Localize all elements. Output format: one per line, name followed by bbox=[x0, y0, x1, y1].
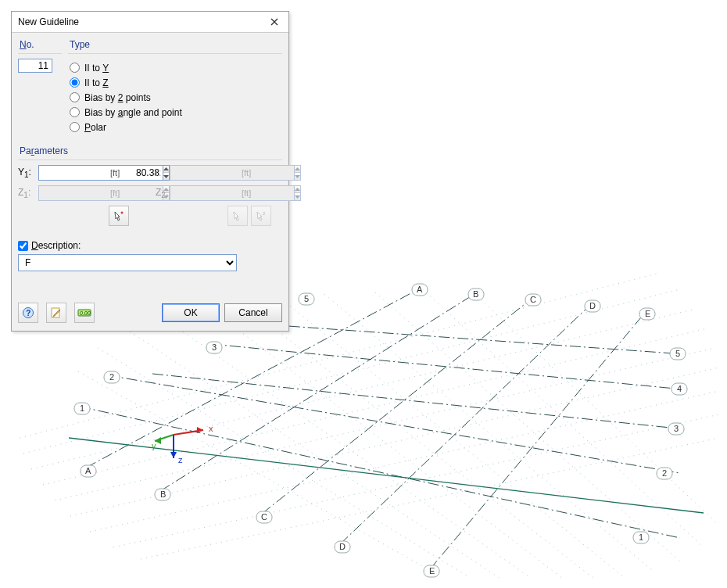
cancel-button[interactable]: Cancel bbox=[224, 303, 282, 322]
svg-rect-92 bbox=[52, 308, 59, 317]
svg-text:2: 2 bbox=[662, 468, 667, 478]
y1-input[interactable] bbox=[38, 165, 163, 181]
no-label: No. bbox=[18, 38, 62, 52]
svg-text:5: 5 bbox=[675, 349, 680, 358]
radio-parallel-y[interactable]: II to Y bbox=[70, 60, 282, 75]
y1-unit: [ft] bbox=[109, 168, 127, 177]
svg-line-14 bbox=[426, 292, 704, 547]
titlebar[interactable]: New Guideline bbox=[12, 12, 288, 33]
svg-text:1: 1 bbox=[639, 532, 643, 542]
new-guideline-dialog: New Guideline No. Type bbox=[11, 11, 289, 332]
description-label: Description: bbox=[31, 240, 81, 251]
svg-line-29 bbox=[233, 322, 674, 353]
z2-unit: [ft] bbox=[240, 188, 259, 198]
z2-spin bbox=[170, 185, 240, 201]
svg-text:2: 2 bbox=[263, 211, 266, 216]
r-spin bbox=[170, 165, 240, 181]
r-input bbox=[170, 165, 294, 181]
svg-line-26 bbox=[108, 375, 680, 473]
svg-line-25 bbox=[80, 407, 680, 538]
svg-text:5: 5 bbox=[304, 294, 309, 303]
svg-text:A: A bbox=[85, 466, 91, 475]
r-step-down bbox=[295, 173, 300, 180]
z1-input bbox=[38, 185, 163, 201]
svg-line-22 bbox=[262, 299, 532, 514]
svg-text:A: A bbox=[417, 285, 423, 294]
svg-line-19 bbox=[78, 371, 438, 575]
type-label: Type bbox=[68, 38, 282, 52]
svg-line-13 bbox=[375, 292, 680, 561]
svg-line-5 bbox=[90, 391, 719, 532]
no-input[interactable] bbox=[18, 59, 52, 73]
ok-button[interactable]: OK bbox=[162, 303, 220, 322]
svg-text:E: E bbox=[645, 309, 650, 318]
svg-text:B: B bbox=[473, 289, 478, 299]
radio-bias-angle[interactable]: Bias by angle and point bbox=[70, 105, 282, 120]
svg-marker-36 bbox=[170, 452, 177, 458]
svg-line-28 bbox=[211, 344, 675, 389]
pick-point-1-button[interactable] bbox=[109, 206, 129, 226]
svg-text:C: C bbox=[261, 512, 267, 522]
svg-line-6 bbox=[113, 414, 719, 547]
svg-text:x: x bbox=[209, 424, 213, 433]
radio-polar[interactable]: Polar bbox=[70, 120, 282, 134]
svg-line-7 bbox=[141, 438, 719, 559]
svg-line-27 bbox=[152, 374, 678, 428]
svg-line-2 bbox=[43, 328, 707, 485]
pick-both-points-button: 2 bbox=[251, 206, 271, 226]
y1-label: Y1: bbox=[18, 167, 38, 179]
edit-note-button[interactable] bbox=[46, 303, 66, 323]
pick-point-2-button bbox=[227, 206, 248, 226]
svg-text:3: 3 bbox=[212, 342, 217, 352]
parameters-grid: Y1: [ft] r: [ft] Z1: bbox=[18, 165, 282, 201]
svg-text:2: 2 bbox=[109, 372, 114, 382]
svg-point-88 bbox=[121, 212, 124, 214]
z2-input bbox=[170, 185, 294, 201]
z1-spin bbox=[38, 185, 109, 201]
svg-line-12 bbox=[324, 294, 653, 571]
svg-text:0.00: 0.00 bbox=[80, 310, 91, 316]
svg-marker-32 bbox=[197, 427, 203, 433]
svg-line-9 bbox=[195, 297, 563, 579]
svg-marker-82 bbox=[295, 167, 300, 170]
svg-line-3 bbox=[55, 348, 715, 500]
radio-bias-2points[interactable]: Bias by 2 points bbox=[70, 90, 282, 105]
svg-text:3: 3 bbox=[674, 424, 679, 433]
svg-marker-85 bbox=[163, 195, 169, 199]
radio-parallel-z[interactable]: II to Z bbox=[70, 75, 282, 90]
svg-marker-87 bbox=[295, 195, 300, 199]
help-button[interactable]: ? bbox=[18, 303, 38, 323]
y1-spin[interactable] bbox=[38, 165, 109, 181]
svg-text:B: B bbox=[160, 489, 166, 499]
svg-text:1: 1 bbox=[80, 403, 84, 413]
svg-text:D: D bbox=[589, 301, 596, 310]
svg-text:y: y bbox=[152, 441, 156, 450]
svg-marker-86 bbox=[295, 188, 300, 191]
svg-marker-83 bbox=[295, 175, 300, 178]
r-unit: [ft] bbox=[240, 168, 259, 177]
z1-unit: [ft] bbox=[109, 188, 127, 198]
parameters-label: Parameters bbox=[18, 144, 282, 158]
description-checkbox[interactable] bbox=[18, 241, 28, 251]
description-combo[interactable]: F bbox=[18, 254, 237, 271]
z2-step-up bbox=[295, 186, 300, 193]
svg-line-23 bbox=[340, 305, 590, 544]
close-icon[interactable] bbox=[267, 14, 282, 30]
svg-line-18 bbox=[98, 348, 469, 577]
svg-marker-81 bbox=[163, 175, 169, 178]
svg-text:E: E bbox=[429, 566, 435, 575]
svg-text:?: ? bbox=[26, 309, 30, 317]
svg-text:4: 4 bbox=[677, 384, 682, 393]
units-button[interactable]: 0.00 bbox=[74, 303, 95, 323]
z1-label: Z1: bbox=[18, 187, 38, 199]
svg-line-11 bbox=[278, 296, 625, 579]
svg-line-30 bbox=[69, 438, 704, 513]
svg-line-15 bbox=[477, 296, 718, 524]
z2-step-down bbox=[295, 193, 300, 200]
svg-text:D: D bbox=[339, 542, 346, 551]
svg-text:z: z bbox=[178, 455, 183, 464]
svg-line-24 bbox=[430, 313, 645, 569]
dialog-title: New Guideline bbox=[18, 16, 79, 27]
type-group: II to Y II to Z Bias by 2 points Bias by… bbox=[68, 59, 282, 138]
r-step-up bbox=[295, 166, 300, 173]
